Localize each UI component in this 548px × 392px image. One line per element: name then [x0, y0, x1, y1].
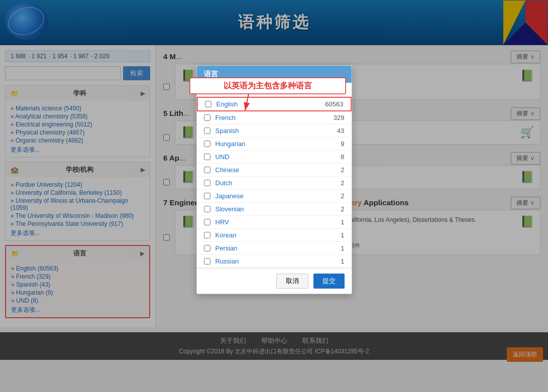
- lang-row[interactable]: Hungarian9: [197, 138, 352, 151]
- lang-checkbox-9[interactable]: [204, 219, 210, 225]
- lang-name-3: Hungarian: [215, 140, 309, 148]
- lang-name-9: HRV: [215, 218, 309, 226]
- modal-cancel-button[interactable]: 取消: [276, 274, 308, 289]
- modal-submit-button[interactable]: 提交: [313, 274, 345, 289]
- lang-count-9: 1: [309, 218, 345, 226]
- lang-row[interactable]: HRV1: [197, 216, 352, 229]
- lang-name-5: Chinese: [215, 166, 309, 174]
- lang-row[interactable]: Japanese2: [197, 190, 352, 203]
- lang-count-5: 2: [309, 166, 345, 174]
- modal-footer: 取消 提交: [197, 268, 352, 294]
- lang-row[interactable]: English60563: [197, 97, 352, 111]
- lang-checkbox-6[interactable]: [204, 180, 210, 186]
- lang-row[interactable]: Slovenian2: [197, 203, 352, 216]
- lang-checkbox-10[interactable]: [204, 232, 210, 238]
- lang-checkbox-11[interactable]: [204, 245, 210, 251]
- lang-count-10: 1: [309, 231, 345, 239]
- lang-row[interactable]: French329: [197, 111, 352, 124]
- lang-checkbox-0[interactable]: [205, 101, 211, 107]
- lang-row[interactable]: Russian1: [197, 255, 352, 268]
- lang-row[interactable]: Chinese2: [197, 164, 352, 177]
- language-modal: 语言 主题 计数 English60563French329Spanish43H…: [196, 65, 352, 294]
- lang-name-2: Spanish: [215, 127, 309, 135]
- lang-count-8: 2: [309, 205, 345, 213]
- lang-name-12: Russian: [215, 257, 309, 265]
- lang-checkbox-5[interactable]: [204, 167, 210, 173]
- lang-checkbox-7[interactable]: [204, 193, 210, 199]
- lang-checkbox-4[interactable]: [204, 154, 210, 160]
- modal-body: English60563French329Spanish43Hungarian9…: [197, 97, 352, 268]
- modal-overlay: 语言 主题 计数 English60563French329Spanish43H…: [0, 0, 548, 392]
- modal-col-count: 计数: [309, 86, 345, 94]
- lang-name-6: Dutch: [215, 179, 309, 187]
- lang-count-6: 2: [309, 179, 345, 187]
- lang-row[interactable]: Dutch2: [197, 177, 352, 190]
- lang-name-7: Japanese: [215, 192, 309, 200]
- modal-title: 语言: [197, 66, 352, 83]
- lang-checkbox-3[interactable]: [204, 141, 210, 147]
- lang-name-0: English: [216, 100, 308, 108]
- lang-count-7: 2: [309, 192, 345, 200]
- lang-name-10: Korean: [215, 231, 309, 239]
- lang-checkbox-12[interactable]: [204, 258, 210, 265]
- lang-count-12: 1: [309, 257, 345, 265]
- lang-row[interactable]: Persian1: [197, 242, 352, 255]
- lang-count-0: 60563: [308, 100, 344, 108]
- lang-row[interactable]: UND8: [197, 151, 352, 164]
- lang-count-3: 9: [309, 140, 345, 148]
- lang-name-4: UND: [215, 153, 309, 161]
- lang-name-8: Slovenian: [215, 205, 309, 213]
- lang-count-4: 8: [309, 153, 345, 161]
- lang-checkbox-8[interactable]: [204, 206, 210, 212]
- lang-checkbox-2[interactable]: [204, 127, 210, 134]
- modal-header-row: 主题 计数: [197, 83, 352, 97]
- lang-name-11: Persian: [215, 244, 309, 252]
- lang-count-2: 43: [309, 127, 345, 135]
- lang-row[interactable]: Korean1: [197, 229, 352, 242]
- lang-name-1: French: [215, 114, 309, 121]
- lang-count-11: 1: [309, 244, 345, 252]
- lang-count-1: 329: [309, 114, 345, 121]
- modal-col-subject: 主题: [204, 86, 309, 94]
- lang-checkbox-1[interactable]: [204, 114, 210, 121]
- lang-row[interactable]: Spanish43: [197, 124, 352, 138]
